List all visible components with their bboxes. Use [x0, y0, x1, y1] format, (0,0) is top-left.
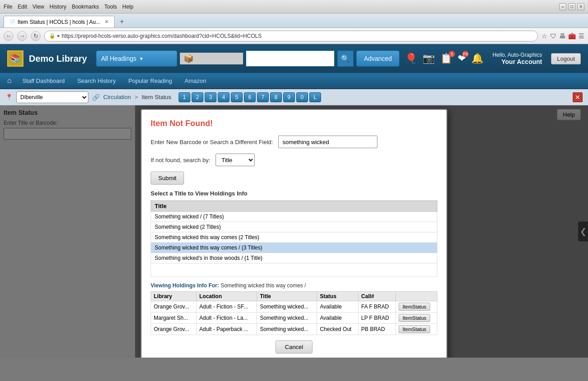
- nav-bar: ⌂ Staff Dashboard Search History Popular…: [0, 73, 588, 89]
- result-title-3[interactable]: Something wicked this way comes (2 Title…: [151, 232, 437, 243]
- holdings-col-location: Location: [197, 292, 257, 301]
- item-status-btn-1[interactable]: ItemStatus: [399, 303, 431, 311]
- chevron-down-icon: ▼: [139, 56, 144, 61]
- item-status-btn-3[interactable]: ItemStatus: [399, 325, 431, 333]
- holdings-library-1: Orange Grov...: [151, 301, 197, 313]
- holdings-call-1: FA F BRAD: [358, 301, 396, 313]
- tab-title: Item Status | HCOLS | hcols | Au...: [18, 19, 100, 25]
- page-btn-6[interactable]: 6: [244, 92, 256, 102]
- select-title-label: Select a Title to View Holdings Info: [151, 190, 437, 197]
- nav-popular-reading[interactable]: Popular Reading: [123, 76, 178, 86]
- page-btn-1[interactable]: 1: [179, 92, 190, 102]
- menu-file[interactable]: File: [4, 4, 12, 10]
- window-maximize-button[interactable]: □: [568, 3, 575, 10]
- table-row[interactable]: Something wicked (2 Titles): [151, 222, 437, 232]
- bell-icon[interactable]: 🔔: [471, 53, 483, 64]
- user-account-link[interactable]: Your Account: [492, 58, 542, 65]
- search-input[interactable]: [246, 50, 335, 67]
- holdings-col-library: Library: [151, 292, 197, 301]
- menu-help[interactable]: Help: [122, 4, 133, 10]
- page-btn-2[interactable]: 2: [192, 92, 203, 102]
- menu-bookmarks[interactable]: Bookmarks: [72, 4, 99, 10]
- window-minimize-button[interactable]: –: [559, 3, 566, 10]
- location-select[interactable]: DIberville: [16, 91, 88, 103]
- results-column-header: Title: [151, 201, 437, 212]
- page-btn-8[interactable]: 8: [270, 92, 282, 102]
- active-tab[interactable]: 📄 Item Status | HCOLS | hcols | Au... ✕: [4, 16, 115, 27]
- dialog-overlay: Item Not Found! Enter New Barcode or Sea…: [0, 105, 588, 358]
- result-title-4[interactable]: Something wicked this way comes / (3 Tit…: [151, 243, 437, 253]
- balloon-icon[interactable]: 🎈: [405, 53, 417, 64]
- camera-icon[interactable]: 📷: [423, 53, 435, 64]
- dialog: Item Not Found! Enter New Barcode or Sea…: [141, 109, 447, 358]
- menu-edit[interactable]: Edit: [18, 4, 27, 10]
- result-title-2[interactable]: Something wicked (2 Titles): [151, 222, 437, 232]
- holdings-col-action: [395, 292, 437, 301]
- window-close-button[interactable]: ✕: [577, 3, 584, 10]
- table-row[interactable]: Something wicked this way comes / (3 Tit…: [151, 243, 437, 253]
- page-btn-5[interactable]: 5: [231, 92, 243, 102]
- table-row[interactable]: Something wicked this way comes (2 Title…: [151, 232, 437, 243]
- extensions-icon[interactable]: 🧰: [568, 32, 576, 40]
- search-dropdown[interactable]: All Headings ▼: [96, 50, 177, 67]
- nav-amazon[interactable]: Amazon: [179, 76, 212, 86]
- holdings-call-2: LP F BRAD: [358, 313, 396, 324]
- print-icon[interactable]: 🖶: [559, 32, 565, 40]
- barcode-field[interactable]: [278, 136, 377, 148]
- cancel-button[interactable]: Cancel: [276, 340, 312, 354]
- heart-badge: F9: [462, 51, 469, 57]
- nav-staff-dashboard[interactable]: Staff Dashboard: [17, 76, 70, 86]
- app-header: 📚 Demo Library All Headings ▼ 📦 🔍 Advanc…: [0, 44, 588, 73]
- new-tab-button[interactable]: +: [116, 17, 127, 27]
- page-btn-0[interactable]: 0: [296, 92, 308, 102]
- item-status-btn-2[interactable]: ItemStatus: [399, 314, 431, 322]
- search-by-label: If not found, search by:: [151, 157, 210, 163]
- tab-favicon: 📄: [9, 19, 15, 24]
- holdings-call-3: PB BRAD: [358, 324, 396, 335]
- result-title-1[interactable]: Something wicked / (7 Titles): [151, 212, 437, 222]
- search-by-select[interactable]: Title Author Subject Barcode: [216, 154, 255, 166]
- search-button[interactable]: 🔍: [337, 50, 354, 67]
- menu-view[interactable]: View: [32, 4, 44, 10]
- back-button[interactable]: ←: [4, 31, 14, 41]
- nav-search-history[interactable]: Search History: [72, 76, 121, 86]
- menu-history[interactable]: History: [50, 4, 66, 10]
- result-title-5[interactable]: Something wicked's in those woods / (1 T…: [151, 253, 437, 263]
- heart-icon[interactable]: ❤ F9: [458, 53, 466, 64]
- holdings-title-2: Something wicked...: [257, 313, 317, 324]
- holdings-title-1: Something wicked...: [257, 301, 317, 313]
- close-panel-button[interactable]: ✕: [573, 92, 583, 102]
- tab-close-button[interactable]: ✕: [105, 19, 109, 25]
- page-btn-l[interactable]: L: [309, 92, 321, 102]
- holdings-row-3: Orange Grov... Adult - Paperback ... Som…: [151, 324, 437, 335]
- shield-icon: 🛡: [550, 32, 556, 40]
- home-icon[interactable]: ⌂: [7, 77, 12, 85]
- list-icon[interactable]: 📋 5: [440, 53, 452, 64]
- holdings-section: Viewing Holdings Info For: Something wic…: [151, 282, 437, 335]
- url-bar[interactable]: 🔒 ● https://preprod-hcols-verso.auto-gra…: [44, 31, 538, 41]
- breadcrumb-circulation[interactable]: Circulation: [103, 94, 131, 100]
- menu-icon[interactable]: ☰: [579, 32, 584, 40]
- table-row[interactable]: Something wicked / (7 Titles): [151, 212, 437, 222]
- bookmark-icon[interactable]: ☆: [542, 32, 547, 40]
- logout-button[interactable]: Logout: [551, 53, 581, 64]
- page-btn-7[interactable]: 7: [257, 92, 269, 102]
- user-greeting: Hello, Auto-Graphics: [492, 52, 542, 58]
- browser-menu: File Edit View History Bookmarks Tools H…: [4, 4, 133, 10]
- page-btn-3[interactable]: 3: [205, 92, 216, 102]
- forward-button[interactable]: →: [17, 31, 27, 41]
- address-icons: ☆ 🛡 🖶 🧰 ☰: [542, 32, 584, 40]
- page-btn-9[interactable]: 9: [283, 92, 295, 102]
- advanced-button[interactable]: Advanced: [356, 50, 400, 67]
- breadcrumb-link-icon: 🔗: [92, 94, 100, 101]
- browser-titlebar: File Edit View History Bookmarks Tools H…: [0, 0, 588, 14]
- database-icon: 📦: [181, 54, 196, 64]
- holdings-location-1: Adult - Fiction - SF...: [197, 301, 257, 313]
- search-by-row: If not found, search by: Title Author Su…: [151, 154, 437, 166]
- holdings-table: Library Location Title Status Call# Oran…: [151, 291, 437, 335]
- menu-tools[interactable]: Tools: [104, 4, 117, 10]
- page-btn-4[interactable]: 4: [218, 92, 230, 102]
- refresh-button[interactable]: ↻: [31, 31, 41, 41]
- table-row[interactable]: Something wicked's in those woods / (1 T…: [151, 253, 437, 263]
- submit-button[interactable]: Submit: [151, 172, 184, 185]
